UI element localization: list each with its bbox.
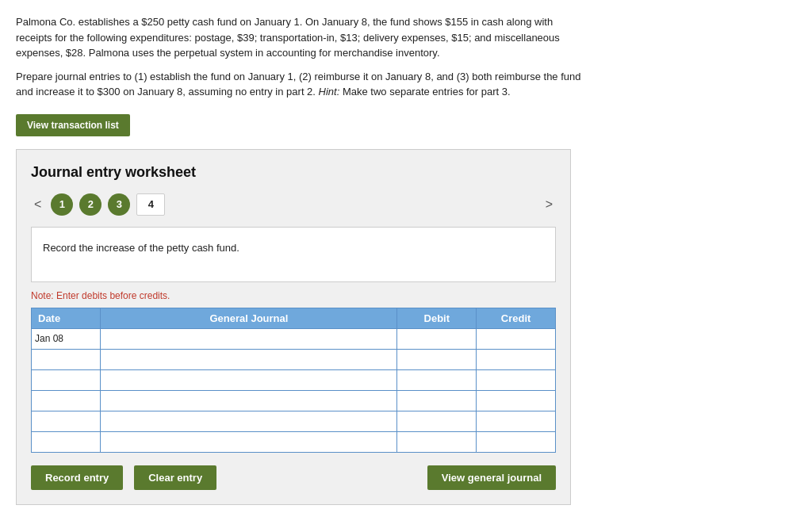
record-entry-button[interactable]: Record entry [31, 465, 123, 490]
journal-input-1[interactable] [104, 333, 393, 344]
debit-input-6[interactable] [400, 436, 473, 447]
journal-input-3[interactable] [104, 374, 393, 385]
worksheet-title: Journal entry worksheet [31, 164, 556, 181]
col-header-debit: Debit [397, 308, 477, 328]
clear-entry-button[interactable]: Clear entry [134, 465, 216, 490]
journal-cell-5[interactable] [101, 411, 397, 431]
journal-input-5[interactable] [104, 415, 393, 427]
tab-2[interactable]: 2 [79, 193, 102, 216]
debit-input-5[interactable] [400, 415, 473, 427]
instruction-box: Record the increase of the petty cash fu… [31, 227, 556, 282]
note-text: Note: Enter debits before credits. [31, 290, 556, 301]
date-cell-4 [32, 390, 101, 411]
credit-cell-6[interactable] [477, 431, 556, 452]
journal-cell-6[interactable] [101, 431, 397, 452]
credit-input-4[interactable] [480, 395, 552, 406]
tab-4-active[interactable]: 4 [136, 193, 165, 216]
debit-input-3[interactable] [400, 374, 473, 385]
debit-cell-4[interactable] [397, 390, 477, 411]
table-row [32, 369, 556, 390]
credit-cell-5[interactable] [477, 411, 556, 431]
chevron-left-icon[interactable]: < [31, 197, 44, 212]
table-row [32, 390, 556, 411]
chevron-right-icon[interactable]: > [542, 197, 556, 212]
paragraph2: Prepare journal entries to (1) establish… [16, 69, 587, 100]
debit-input-2[interactable] [400, 354, 473, 365]
table-row [32, 431, 556, 452]
credit-input-5[interactable] [480, 415, 552, 427]
journal-input-6[interactable] [104, 436, 393, 447]
credit-cell-2[interactable] [477, 349, 556, 369]
table-row: Jan 08 [32, 328, 556, 349]
journal-input-2[interactable] [104, 354, 393, 365]
credit-input-1[interactable] [480, 333, 552, 344]
debit-cell-2[interactable] [397, 349, 477, 369]
journal-cell-4[interactable] [101, 390, 397, 411]
col-header-date: Date [32, 308, 101, 328]
col-header-journal: General Journal [101, 308, 397, 328]
credit-input-2[interactable] [480, 354, 552, 365]
tab-nav: < 1 2 3 4 > [31, 193, 556, 216]
tab-3[interactable]: 3 [108, 193, 130, 216]
view-general-journal-button[interactable]: View general journal [427, 465, 556, 490]
table-row [32, 411, 556, 431]
journal-cell-3[interactable] [101, 369, 397, 390]
credit-cell-3[interactable] [477, 369, 556, 390]
debit-cell-6[interactable] [397, 431, 477, 452]
hint-label: Hint: [319, 86, 340, 98]
journal-cell-2[interactable] [101, 349, 397, 369]
instruction-text: Record the increase of the petty cash fu… [43, 242, 239, 254]
debit-input-4[interactable] [400, 395, 473, 406]
date-cell-2 [32, 349, 101, 369]
debit-input-1[interactable] [400, 333, 473, 344]
debit-cell-1[interactable] [397, 328, 477, 349]
debit-cell-3[interactable] [397, 369, 477, 390]
tab-1[interactable]: 1 [51, 193, 73, 216]
worksheet-container: Journal entry worksheet < 1 2 3 4 > Reco… [16, 149, 571, 505]
credit-input-3[interactable] [480, 374, 552, 385]
journal-input-4[interactable] [104, 395, 393, 406]
problem-text: Palmona Co. establishes a $250 petty cas… [16, 14, 587, 100]
journal-table: Date General Journal Debit Credit Jan 08 [31, 308, 556, 453]
credit-cell-1[interactable] [477, 328, 556, 349]
col-header-credit: Credit [477, 308, 556, 328]
view-transaction-list-button[interactable]: View transaction list [16, 114, 130, 136]
paragraph1: Palmona Co. establishes a $250 petty cas… [16, 14, 587, 61]
date-cell-6 [32, 431, 101, 452]
debit-cell-5[interactable] [397, 411, 477, 431]
table-row [32, 349, 556, 369]
credit-cell-4[interactable] [477, 390, 556, 411]
date-cell-1: Jan 08 [32, 328, 101, 349]
btn-row: Record entry Clear entry View general jo… [31, 465, 556, 490]
journal-cell-1[interactable] [101, 328, 397, 349]
date-cell-5 [32, 411, 101, 431]
date-cell-3 [32, 369, 101, 390]
hint-text: Make two separate entries for part 3. [339, 86, 510, 98]
credit-input-6[interactable] [480, 436, 552, 447]
